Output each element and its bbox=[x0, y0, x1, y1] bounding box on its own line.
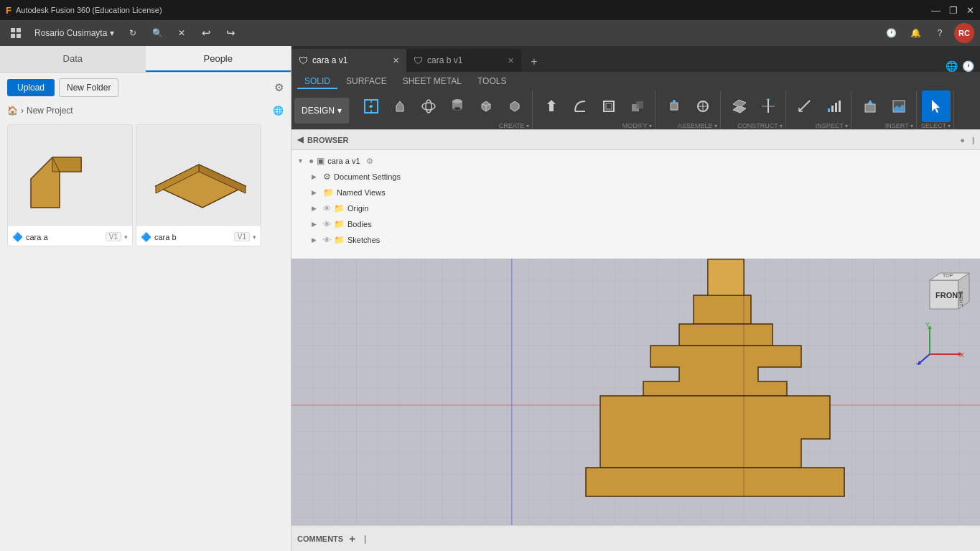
browser-root-item[interactable]: ▼ ● ▣ cara a v1 ⚙ bbox=[291, 153, 980, 169]
combine-tool[interactable] bbox=[623, 91, 652, 122]
toolbar-tab-solid[interactable]: SOLID bbox=[297, 75, 337, 89]
new-folder-button[interactable]: New Folder bbox=[59, 78, 118, 97]
search-icon[interactable]: 🔍 bbox=[147, 23, 167, 43]
svg-marker-5 bbox=[52, 157, 81, 172]
toolbar-tab-tools[interactable]: TOOLS bbox=[470, 75, 513, 89]
browser-options-icon[interactable]: ● bbox=[960, 136, 965, 144]
apps-grid-icon[interactable] bbox=[6, 23, 26, 43]
redo-icon[interactable]: ↪ bbox=[220, 23, 241, 43]
model-icon: 🔷 bbox=[12, 232, 23, 242]
browser-item-sketches[interactable]: ▶ 👁 📁 Sketches bbox=[291, 232, 980, 248]
doc-settings-arrow[interactable]: ▶ bbox=[312, 173, 320, 180]
new-component-tool[interactable] bbox=[660, 91, 689, 122]
refresh-icon[interactable]: ↻ bbox=[123, 23, 143, 43]
tab-people[interactable]: People bbox=[146, 46, 291, 72]
version-chevron-icon[interactable]: ▾ bbox=[124, 233, 128, 241]
settings-icon[interactable]: ⚙ bbox=[274, 81, 284, 94]
fillet-tool[interactable] bbox=[566, 91, 594, 122]
help-icon[interactable]: ? bbox=[930, 23, 950, 43]
tab-globe-icon[interactable]: 🌐 bbox=[946, 60, 958, 72]
maximize-button[interactable]: ❐ bbox=[949, 5, 958, 16]
home-icon[interactable]: 🏠 bbox=[7, 106, 18, 116]
design-dropdown[interactable]: DESIGN ▾ bbox=[294, 98, 350, 124]
bodies-arrow[interactable]: ▶ bbox=[312, 221, 320, 228]
shell-tool[interactable] bbox=[594, 91, 623, 122]
card-version-b[interactable]: V1 bbox=[234, 232, 250, 241]
comments-bar: COMMENTS + | bbox=[291, 525, 980, 551]
globe-icon: 🌐 bbox=[273, 106, 284, 116]
hole-tool[interactable] bbox=[443, 91, 472, 122]
toolbar-tab-sheet-metal[interactable]: SHEET METAL bbox=[396, 75, 469, 89]
measure-tool[interactable] bbox=[790, 91, 819, 122]
undo-icon[interactable]: ↩ bbox=[196, 23, 216, 43]
close-button[interactable]: ✕ bbox=[966, 5, 974, 16]
tab-bar-right: 🌐 🕐 bbox=[946, 60, 980, 72]
create-sketch-tool[interactable]: + bbox=[357, 91, 386, 122]
root-visibility-icon[interactable]: ● bbox=[309, 156, 314, 166]
comments-toggle-icon[interactable]: | bbox=[364, 534, 366, 544]
extrude-tool[interactable] bbox=[386, 91, 414, 122]
card-thumbnail-cara-a bbox=[8, 125, 132, 226]
workspace-area[interactable]: FRONT RIGHT TOP X Y Z bbox=[291, 259, 980, 525]
svg-point-17 bbox=[426, 100, 431, 113]
tab-close-a[interactable]: ✕ bbox=[393, 56, 399, 65]
revolve-tool[interactable] bbox=[414, 91, 443, 122]
bodies-eye-icon[interactable]: 👁 bbox=[323, 220, 331, 228]
card-label: cara a bbox=[26, 233, 48, 241]
history-icon[interactable]: 🕐 bbox=[881, 23, 901, 43]
svg-rect-1 bbox=[17, 28, 21, 32]
card-version[interactable]: V1 bbox=[106, 232, 121, 241]
root-collapse-icon[interactable]: ▼ bbox=[297, 157, 306, 165]
origin-eye-icon[interactable]: 👁 bbox=[323, 204, 331, 213]
root-settings-icon[interactable]: ⚙ bbox=[366, 157, 373, 166]
press-pull-tool[interactable] bbox=[537, 91, 566, 122]
user-chevron-icon: ▾ bbox=[110, 28, 114, 38]
insert-derive-tool[interactable] bbox=[856, 91, 885, 122]
browser-item-bodies[interactable]: ▶ 👁 📁 Bodies bbox=[291, 216, 980, 232]
svg-rect-51 bbox=[839, 101, 841, 112]
box-tool[interactable] bbox=[472, 91, 500, 122]
design-chevron-icon: ▾ bbox=[337, 106, 342, 116]
tab-cara-a[interactable]: 🛡 cara a v1 ✕ bbox=[291, 49, 406, 72]
browser-item-origin[interactable]: ▶ 👁 📁 Origin bbox=[291, 200, 980, 216]
viewcube[interactable]: FRONT RIGHT TOP X Y Z bbox=[915, 266, 973, 323]
project-card-cara-b[interactable]: 🔷 cara b V1 ▾ bbox=[136, 124, 261, 246]
insert-group: INSERT ▾ bbox=[853, 91, 917, 131]
analysis-tool[interactable] bbox=[819, 91, 848, 122]
joint-tool[interactable] bbox=[689, 91, 717, 122]
toolbar-tab-surface[interactable]: SURFACE bbox=[339, 75, 394, 89]
svg-rect-0 bbox=[11, 28, 15, 32]
project-name[interactable]: New Project bbox=[27, 106, 73, 116]
add-tab-button[interactable]: + bbox=[524, 52, 544, 72]
browser-item-doc-settings[interactable]: ▶ ⚙ Document Settings bbox=[291, 169, 980, 185]
svg-rect-48 bbox=[828, 108, 830, 112]
minimize-button[interactable]: — bbox=[931, 5, 941, 16]
select-tool[interactable] bbox=[922, 91, 951, 122]
tab-cara-b[interactable]: 🛡 cara b v1 ✕ bbox=[406, 49, 521, 72]
svg-text:RIGHT: RIGHT bbox=[958, 291, 963, 307]
browser-item-named-views[interactable]: ▶ 📁 Named Views bbox=[291, 185, 980, 200]
comments-add-icon[interactable]: + bbox=[349, 532, 355, 545]
browser-pin-icon[interactable]: | bbox=[972, 136, 974, 144]
notifications-icon[interactable]: 🔔 bbox=[905, 23, 925, 43]
sketches-eye-icon[interactable]: 👁 bbox=[323, 236, 331, 244]
insert-canvas-tool[interactable] bbox=[885, 91, 913, 122]
user-menu[interactable]: Rosario Cusimayta ▾ bbox=[30, 27, 118, 40]
tab-history-icon[interactable]: 🕐 bbox=[962, 60, 974, 72]
menubar-close-icon[interactable]: ✕ bbox=[172, 23, 192, 43]
browser-collapse-icon[interactable]: ◀ bbox=[297, 135, 303, 144]
version-chevron-icon-b[interactable]: ▾ bbox=[253, 233, 256, 241]
create-more-tool[interactable] bbox=[500, 91, 529, 122]
sketches-arrow[interactable]: ▶ bbox=[312, 236, 320, 244]
offset-plane-tool[interactable] bbox=[725, 91, 754, 122]
origin-arrow[interactable]: ▶ bbox=[312, 205, 320, 212]
create-group: + bbox=[354, 91, 533, 131]
user-avatar[interactable]: RC bbox=[954, 23, 974, 43]
tab-data[interactable]: Data bbox=[0, 46, 146, 72]
svg-point-16 bbox=[422, 103, 435, 110]
project-card-cara-a[interactable]: 🔷 cara a V1 ▾ bbox=[7, 124, 133, 246]
upload-button[interactable]: Upload bbox=[7, 79, 55, 96]
tab-close-b[interactable]: ✕ bbox=[508, 56, 514, 65]
named-views-arrow[interactable]: ▶ bbox=[312, 189, 320, 196]
axis-tool[interactable] bbox=[754, 91, 783, 122]
